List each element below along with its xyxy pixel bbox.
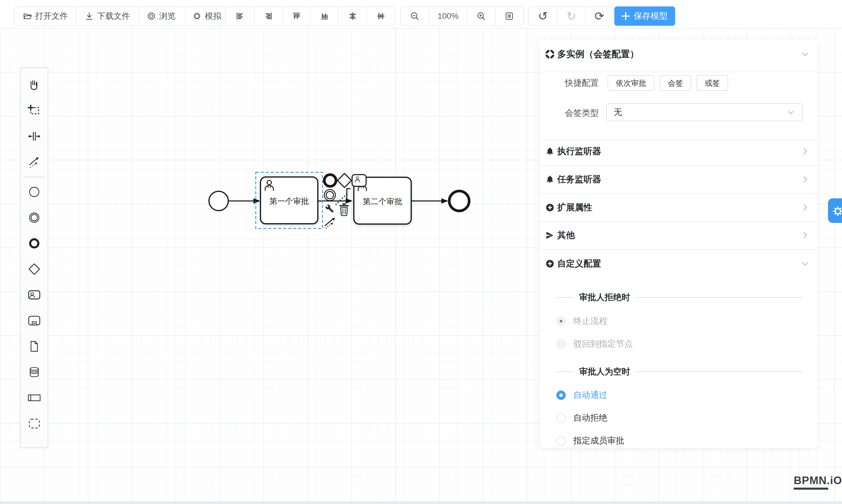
eye-icon xyxy=(147,12,156,20)
panel-title: 多实例（会签配置） xyxy=(557,48,639,60)
radio-terminate-process[interactable]: 终止流程 xyxy=(556,315,803,327)
radio-button[interactable] xyxy=(556,391,566,400)
palette-space-tool[interactable] xyxy=(24,123,45,149)
align-right-button[interactable] xyxy=(254,7,282,25)
radio-label: 驳回到指定节点 xyxy=(573,338,633,350)
file-button-group: 打开文件 下载文件 浏览 模拟 xyxy=(14,6,230,26)
align-button-group xyxy=(225,6,395,26)
space-tool-icon xyxy=(28,130,41,143)
undo-button[interactable]: ↺ xyxy=(529,7,557,25)
align-top-button[interactable] xyxy=(282,7,310,25)
open-file-button[interactable]: 打开文件 xyxy=(15,7,76,25)
subprocess-icon xyxy=(28,314,41,327)
bpmn-io-watermark: BPMN.iO xyxy=(794,474,842,490)
palette-lasso-tool[interactable] xyxy=(24,98,45,123)
radio-auto-reject[interactable]: 自动拒绝 xyxy=(556,412,803,424)
quick-option-orsign[interactable]: 或签 xyxy=(697,75,728,91)
lasso-tool-icon xyxy=(28,104,41,117)
section-execution-listener[interactable]: 执行监听器 xyxy=(545,145,809,157)
download-icon xyxy=(85,12,94,20)
divider xyxy=(540,193,818,194)
radio-button[interactable] xyxy=(556,436,566,446)
section-other[interactable]: 其他 xyxy=(545,229,809,241)
palette-data-store[interactable] xyxy=(24,359,45,385)
panel-header[interactable]: 多实例（会签配置） xyxy=(545,48,809,60)
radio-button[interactable] xyxy=(556,317,566,326)
divider xyxy=(540,249,818,250)
redo-button[interactable]: ↻ xyxy=(557,7,585,25)
download-file-label: 下载文件 xyxy=(97,11,130,22)
save-model-button[interactable]: 保存模型 xyxy=(614,6,675,26)
quick-option-sequential[interactable]: 依次审批 xyxy=(608,75,654,91)
simulate-label: 模拟 xyxy=(205,11,221,22)
horizontal-scrollbar[interactable] xyxy=(0,501,842,504)
section-extended-properties[interactable]: 扩展属性 xyxy=(545,201,809,214)
zoom-in-button[interactable] xyxy=(467,7,495,25)
palette-start-event[interactable] xyxy=(24,179,45,205)
preview-button[interactable]: 浏览 xyxy=(138,7,184,25)
radio-return-to-node[interactable]: 驳回到指定节点 xyxy=(556,338,803,350)
palette-intermediate-event[interactable] xyxy=(24,205,45,231)
palette-hand-tool[interactable] xyxy=(24,72,45,98)
palette-participant[interactable] xyxy=(24,385,45,411)
plus-circle-icon xyxy=(545,203,554,212)
bell-icon xyxy=(545,175,554,184)
radio-button[interactable] xyxy=(556,339,566,349)
align-bottom-icon xyxy=(320,12,329,20)
plus-icon xyxy=(622,12,630,20)
group-icon xyxy=(28,417,41,430)
multi-instance-icon xyxy=(545,50,554,58)
download-file-button[interactable]: 下载文件 xyxy=(76,7,138,25)
section-label: 自定义配置 xyxy=(557,258,601,270)
quick-option-countersign[interactable]: 会签 xyxy=(660,75,691,91)
settings-tab[interactable] xyxy=(828,198,842,223)
global-connect-tool-icon xyxy=(28,155,41,169)
chevron-right-icon xyxy=(801,147,809,156)
radio-assign-member[interactable]: 指定成员审批 xyxy=(556,435,803,447)
data-object-icon xyxy=(28,340,41,353)
properties-panel: 多实例（会签配置） 快捷配置 依次审批 会签 或签 会签类型 无 执行监听器 任… xyxy=(539,39,818,448)
reset-zoom-button[interactable] xyxy=(495,7,523,25)
align-bottom-button[interactable] xyxy=(310,7,338,25)
chip-icon xyxy=(193,12,201,20)
section-label: 其他 xyxy=(557,229,575,241)
watermark-text: BPMN.iO xyxy=(794,474,842,487)
palette-global-connect-tool[interactable] xyxy=(24,149,45,175)
palette-group[interactable] xyxy=(24,411,45,436)
redo-icon: ↻ xyxy=(566,10,576,22)
end-event-icon xyxy=(28,237,41,250)
palette-data-object[interactable] xyxy=(24,334,45,359)
radio-auto-pass[interactable]: 自动通过 xyxy=(556,389,803,401)
radio-label: 自动拒绝 xyxy=(573,412,607,424)
hand-tool-icon xyxy=(28,78,41,92)
align-left-button[interactable] xyxy=(226,7,254,25)
reject-group-title-row: 审批人拒绝时 xyxy=(556,292,803,303)
section-custom-config[interactable]: 自定义配置 xyxy=(545,258,809,270)
divider xyxy=(540,140,818,141)
palette-end-event[interactable] xyxy=(24,231,45,256)
divider xyxy=(540,165,818,166)
chevron-down-icon xyxy=(801,259,809,268)
align-left-icon xyxy=(235,12,244,20)
user-task-icon xyxy=(28,288,41,302)
restart-button[interactable]: ⟳ xyxy=(585,7,613,25)
palette-subprocess[interactable] xyxy=(24,308,45,334)
divider xyxy=(540,72,818,72)
align-center-horizontal-button[interactable] xyxy=(338,7,366,25)
zoom-out-button[interactable] xyxy=(401,7,429,25)
chevron-right-icon xyxy=(801,203,809,212)
palette-gateway[interactable] xyxy=(24,256,45,282)
simulate-button[interactable]: 模拟 xyxy=(184,7,229,25)
section-task-listener[interactable]: 任务监听器 xyxy=(545,174,809,185)
preview-label: 浏览 xyxy=(159,11,176,22)
palette-separator xyxy=(24,177,45,177)
palette-user-task[interactable] xyxy=(24,282,45,308)
divider xyxy=(556,372,574,372)
section-label: 扩展属性 xyxy=(557,201,592,214)
history-button-group: ↺ ↻ ⟳ xyxy=(528,6,614,26)
chevron-right-icon xyxy=(801,231,809,239)
section-label: 执行监听器 xyxy=(557,145,601,157)
align-center-vertical-button[interactable] xyxy=(366,7,394,25)
sign-type-select[interactable]: 无 xyxy=(606,103,803,121)
radio-button[interactable] xyxy=(556,413,566,423)
